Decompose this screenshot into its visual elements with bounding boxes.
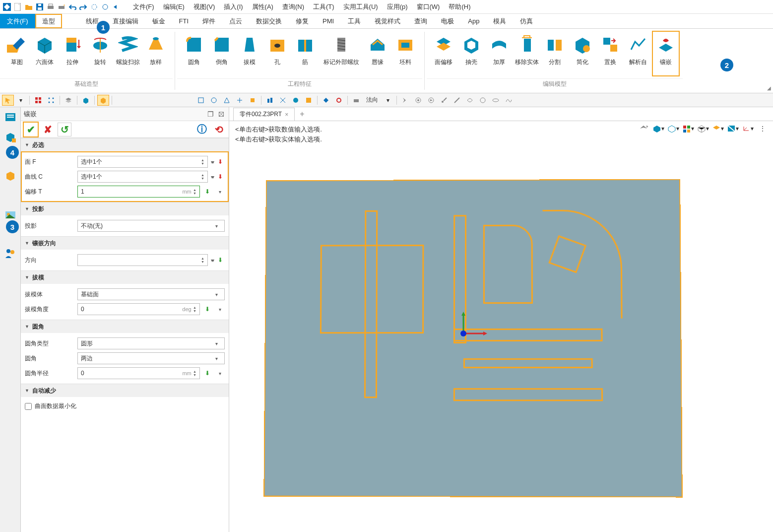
section-hdr-auto[interactable]: 自动减少: [21, 384, 229, 397]
qb-gold-cube-icon[interactable]: [97, 95, 109, 106]
btn-shell[interactable]: 抽壳: [457, 31, 485, 76]
btn-chamfer[interactable]: 倒角: [208, 31, 236, 76]
btn-analyze[interactable]: 解析自: [624, 31, 652, 76]
qb-i12[interactable]: [350, 95, 362, 106]
menu-edit[interactable]: 编辑(E): [159, 2, 189, 11]
qb-normal-dd[interactable]: ▾: [382, 95, 394, 106]
btn-thicken[interactable]: 加厚: [485, 31, 513, 76]
qb-r2[interactable]: [412, 95, 424, 106]
open-icon[interactable]: [24, 2, 34, 12]
vt-iso-icon[interactable]: ▾: [711, 123, 724, 134]
ribbon-expand-icon[interactable]: ◢: [767, 85, 771, 91]
btn-fillet[interactable]: 圆角: [180, 31, 208, 76]
input-face[interactable]: 选中1个▲▼: [77, 156, 208, 168]
qb-r5[interactable]: [451, 95, 463, 106]
viewport-canvas[interactable]: [229, 149, 773, 532]
apply-button[interactable]: ↺: [58, 123, 71, 136]
menu-insert[interactable]: 插入(I): [220, 2, 247, 11]
ribbon-tab-sim[interactable]: 仿真: [513, 14, 540, 28]
menu-tools[interactable]: 工具(T): [309, 2, 338, 11]
dash-circle-icon[interactable]: [89, 2, 99, 12]
menu-app[interactable]: 应用(p): [383, 2, 412, 11]
qb-i3[interactable]: [221, 95, 233, 106]
menu-attr[interactable]: 属性(A): [248, 2, 277, 11]
viewport-tab-close-icon[interactable]: ×: [285, 111, 288, 118]
qb-dd-icon[interactable]: ▾: [15, 95, 27, 106]
ribbon-tab-fti[interactable]: FTI: [172, 14, 196, 28]
save-icon[interactable]: [35, 2, 45, 12]
input-direction[interactable]: ▲▼: [77, 254, 208, 266]
input-draftbody[interactable]: 基础面▾: [77, 288, 225, 300]
draftangle-dd[interactable]: ▾: [215, 307, 225, 312]
viewport-tab[interactable]: 零件002.Z3PRT ×: [233, 108, 295, 121]
qb-i2[interactable]: [208, 95, 220, 106]
qb-r3[interactable]: [425, 95, 437, 106]
btn-rib[interactable]: 筋: [291, 31, 319, 76]
qb-r4[interactable]: [438, 95, 450, 106]
vt-color-icon[interactable]: ▾: [682, 123, 695, 134]
ribbon-tab-repair[interactable]: 修复: [289, 14, 316, 28]
print-icon[interactable]: [46, 2, 56, 12]
ok-button[interactable]: ✔: [24, 123, 38, 136]
undo-icon[interactable]: [67, 2, 77, 12]
btn-helix[interactable]: 螺旋扫掠: [114, 31, 142, 76]
menu-help[interactable]: 帮助(H): [445, 2, 474, 11]
rail-view-icon[interactable]: [2, 168, 18, 184]
qb-i5[interactable]: [247, 95, 258, 106]
qb-i10[interactable]: [320, 95, 332, 106]
input-fillettype[interactable]: 圆形▾: [77, 337, 225, 349]
qb-i1[interactable]: [195, 95, 207, 106]
qb-r7[interactable]: [477, 95, 489, 106]
redo-icon[interactable]: [78, 2, 88, 12]
section-hdr-projection[interactable]: 投影: [21, 202, 229, 215]
rail-users-icon[interactable]: [2, 245, 18, 261]
new-icon[interactable]: [13, 2, 23, 12]
face-dd[interactable]: ▾▾: [211, 159, 213, 165]
vt-home-icon[interactable]: [637, 123, 650, 134]
section-hdr-draft[interactable]: 拔模: [21, 271, 229, 284]
menu-file[interactable]: 文件(F): [129, 2, 158, 11]
btn-revolve[interactable]: 旋转: [86, 31, 114, 76]
menu-window[interactable]: 窗口(W): [413, 2, 444, 11]
viewport-tab-add[interactable]: +: [295, 108, 309, 121]
qb-layer-icon[interactable]: [63, 95, 74, 106]
direction-dd[interactable]: ▾▾: [211, 258, 213, 263]
qb-r9[interactable]: [503, 95, 515, 106]
ribbon-tab-direct[interactable]: 直接编辑: [106, 14, 145, 28]
btn-simplify[interactable]: 简化: [569, 31, 596, 76]
info-icon[interactable]: ⓘ: [195, 123, 209, 136]
rail-history-icon[interactable]: [2, 109, 18, 125]
qb-grid-icon[interactable]: [32, 95, 44, 106]
ribbon-tab-elec[interactable]: 电极: [434, 14, 461, 28]
qb-i9[interactable]: [303, 95, 315, 106]
btn-hole[interactable]: 孔: [263, 31, 291, 76]
menu-query[interactable]: 查询(N): [278, 2, 308, 11]
btn-replace[interactable]: 置换: [596, 31, 624, 76]
curve-dd[interactable]: ▾▾: [211, 174, 213, 180]
ribbon-tab-file[interactable]: 文件(F): [0, 14, 35, 28]
qb-dots-icon[interactable]: [45, 95, 57, 106]
qb-i6[interactable]: [264, 95, 276, 106]
rail-assembly-icon[interactable]: [2, 129, 18, 145]
draftangle-pick-icon[interactable]: ⬇: [203, 305, 212, 314]
qb-pointer-icon[interactable]: [2, 95, 14, 106]
btn-blank[interactable]: 坯料: [391, 31, 419, 76]
reset-icon[interactable]: ⟲: [212, 123, 226, 136]
cancel-button[interactable]: ✘: [41, 123, 55, 136]
check-min-surface[interactable]: 曲面数据最小化: [25, 400, 225, 412]
panel-close-icon[interactable]: ⛝: [217, 110, 226, 119]
btn-inlay[interactable]: 镶嵌: [652, 31, 680, 76]
panel-restore-icon[interactable]: ❐: [206, 110, 215, 119]
menu-util[interactable]: 实用工具(U): [339, 2, 382, 11]
ribbon-tab-tools2[interactable]: 工具: [341, 14, 368, 28]
qb-i11[interactable]: [333, 95, 345, 106]
input-offset[interactable]: 1mm ▲▼: [77, 186, 200, 198]
vt-view-icon[interactable]: ▾: [697, 123, 709, 134]
btn-draft[interactable]: 拔模: [236, 31, 263, 76]
btn-faceoffset[interactable]: 面偏移: [430, 31, 457, 76]
rail-scene-icon[interactable]: [2, 206, 18, 222]
ribbon-tab-sheet[interactable]: 钣金: [145, 14, 172, 28]
vt-shade-icon[interactable]: ▾: [652, 123, 665, 134]
qb-r1[interactable]: [399, 95, 411, 106]
input-projection[interactable]: 不动(无)▾: [77, 220, 225, 232]
